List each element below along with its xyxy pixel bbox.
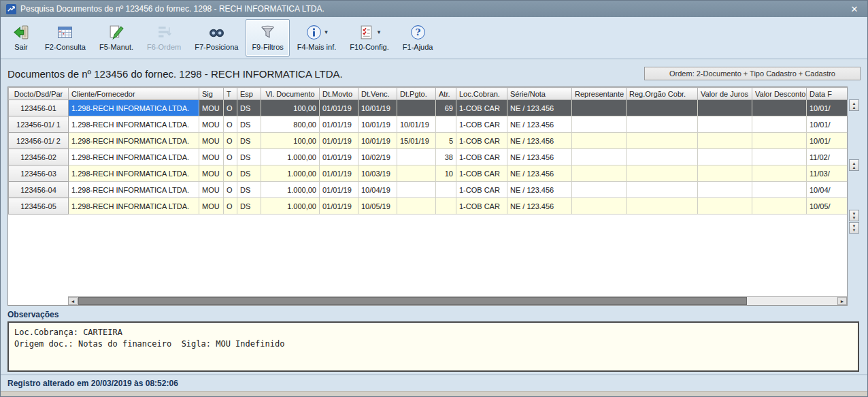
- grid-cell[interactable]: 01/01/19: [320, 198, 358, 215]
- grid-cell[interactable]: O: [224, 165, 237, 182]
- grid-cell[interactable]: 1.298-RECH INFORMATICA LTDA.: [69, 133, 199, 149]
- row-header-cell[interactable]: 123456-03: [9, 165, 69, 182]
- grid-cell[interactable]: [572, 165, 627, 182]
- grid-cell[interactable]: MOU: [199, 133, 224, 149]
- grid-cell[interactable]: [572, 133, 627, 149]
- grid-cell[interactable]: 1.000,00: [261, 182, 320, 198]
- grid-cell[interactable]: O: [224, 149, 237, 165]
- grid-cell[interactable]: 01/01/19: [320, 100, 358, 116]
- grid-cell[interactable]: O: [224, 133, 237, 149]
- grid-cell[interactable]: [752, 149, 807, 165]
- grid-cell[interactable]: MOU: [199, 100, 224, 116]
- column-header[interactable]: Loc.Cobran.: [456, 88, 507, 100]
- grid-cell[interactable]: [627, 149, 698, 165]
- grid-cell[interactable]: 1-COB CAR: [456, 198, 507, 215]
- grid-cell[interactable]: 1.298-RECH INFORMATICA LTDA.: [69, 198, 199, 215]
- grid-cell[interactable]: 10/01/: [807, 100, 848, 116]
- grid-cell[interactable]: 10: [436, 165, 456, 182]
- toolbar-button-posiciona[interactable]: F7-Posiciona: [188, 19, 244, 57]
- grid-cell[interactable]: 1-COB CAR: [456, 165, 507, 182]
- column-header[interactable]: Esp: [237, 88, 261, 100]
- grid-cell[interactable]: NE / 123.456: [507, 133, 572, 149]
- grid-cell[interactable]: [698, 133, 752, 149]
- grid-cell[interactable]: [698, 149, 752, 165]
- grid-cell[interactable]: 11/03/: [807, 165, 848, 182]
- grid-cell[interactable]: MOU: [199, 165, 224, 182]
- grid-cell[interactable]: 1-COB CAR: [456, 182, 507, 198]
- grid-cell[interactable]: 01/01/19: [320, 149, 358, 165]
- row-header-cell[interactable]: 123456-01/ 1: [9, 116, 69, 133]
- grid-cell[interactable]: DS: [237, 149, 261, 165]
- grid-cell[interactable]: [397, 100, 436, 116]
- grid-cell[interactable]: [436, 198, 456, 215]
- grid-cell[interactable]: MOU: [199, 116, 224, 133]
- grid-cell[interactable]: 38: [436, 149, 456, 165]
- grid-cell[interactable]: DS: [237, 100, 261, 116]
- grid-cell[interactable]: 1.298-RECH INFORMATICA LTDA.: [69, 100, 199, 116]
- grid-cell[interactable]: [698, 100, 752, 116]
- toolbar-button-filter[interactable]: F9-Filtros: [246, 19, 289, 57]
- grid-cell[interactable]: 1.298-RECH INFORMATICA LTDA.: [69, 165, 199, 182]
- column-header[interactable]: Atr.: [436, 88, 456, 100]
- grid-cell[interactable]: DS: [237, 133, 261, 149]
- grid-cell[interactable]: 01/01/19: [320, 133, 358, 149]
- grid-cell[interactable]: 1.298-RECH INFORMATICA LTDA.: [69, 116, 199, 133]
- grid-cell[interactable]: [627, 165, 698, 182]
- grid-cell[interactable]: 1.000,00: [261, 165, 320, 182]
- grid-cell[interactable]: O: [224, 100, 237, 116]
- toolbar-button-config[interactable]: ▾F10-Config.: [344, 19, 395, 57]
- column-header[interactable]: Representante: [572, 88, 627, 100]
- grid-cell[interactable]: MOU: [199, 198, 224, 215]
- grid-cell[interactable]: [627, 198, 698, 215]
- grid-cell[interactable]: 1.000,00: [261, 149, 320, 165]
- grid-cell[interactable]: 1.298-RECH INFORMATICA LTDA.: [69, 182, 199, 198]
- grid-cell[interactable]: [572, 198, 627, 215]
- grid-cell[interactable]: [572, 100, 627, 116]
- grid-cell[interactable]: 100,00: [261, 100, 320, 116]
- grid-cell[interactable]: NE / 123.456: [507, 198, 572, 215]
- table-row[interactable]: 123456-011.298-RECH INFORMATICA LTDA.MOU…: [9, 100, 848, 116]
- grid-cell[interactable]: DS: [237, 116, 261, 133]
- scroll-next-button[interactable]: ▼▼: [849, 210, 859, 221]
- table-row[interactable]: 123456-051.298-RECH INFORMATICA LTDA.MOU…: [9, 198, 848, 215]
- grid-cell[interactable]: [752, 198, 807, 215]
- grid-cell[interactable]: [698, 165, 752, 182]
- column-header[interactable]: Valor Desconto: [752, 88, 807, 100]
- toolbar-button-consulta[interactable]: F2-Consulta: [39, 19, 92, 57]
- grid-cell[interactable]: [627, 133, 698, 149]
- grid-cell[interactable]: [397, 149, 436, 165]
- grid-cell[interactable]: 10/05/19: [358, 198, 397, 215]
- grid-cell[interactable]: MOU: [199, 182, 224, 198]
- grid-cell[interactable]: O: [224, 182, 237, 198]
- grid-cell[interactable]: [627, 182, 698, 198]
- grid-cell[interactable]: NE / 123.456: [507, 100, 572, 116]
- grid-cell[interactable]: 1-COB CAR: [456, 116, 507, 133]
- table-row[interactable]: 123456-01/ 11.298-RECH INFORMATICA LTDA.…: [9, 116, 848, 133]
- row-header-cell[interactable]: 123456-05: [9, 198, 69, 215]
- grid-cell[interactable]: 800,00: [261, 116, 320, 133]
- column-header[interactable]: Data F: [807, 88, 848, 100]
- scroll-first-button[interactable]: ▲▲: [849, 99, 859, 111]
- column-header[interactable]: Vl. Documento: [261, 88, 320, 100]
- grid-cell[interactable]: [752, 133, 807, 149]
- grid-cell[interactable]: 01/01/19: [320, 116, 358, 133]
- grid-cell[interactable]: 10/04/: [807, 182, 848, 198]
- toolbar-button-help[interactable]: ?F1-Ajuda: [397, 19, 439, 57]
- grid-cell[interactable]: [698, 116, 752, 133]
- grid-cell[interactable]: 10/02/19: [358, 149, 397, 165]
- row-header-cell[interactable]: 123456-01: [9, 100, 69, 116]
- grid-cell[interactable]: 10/01/19: [358, 116, 397, 133]
- grid-cell[interactable]: [627, 116, 698, 133]
- grid-cell[interactable]: NE / 123.456: [507, 116, 572, 133]
- grid-cell[interactable]: DS: [237, 165, 261, 182]
- table-row[interactable]: 123456-031.298-RECH INFORMATICA LTDA.MOU…: [9, 165, 848, 182]
- dropdown-arrow-icon[interactable]: ▾: [324, 29, 328, 35]
- grid-cell[interactable]: [397, 182, 436, 198]
- grid-cell[interactable]: [572, 116, 627, 133]
- column-header[interactable]: T: [224, 88, 237, 100]
- row-header-cell[interactable]: 123456-04: [9, 182, 69, 198]
- close-icon[interactable]: ✕: [847, 4, 862, 14]
- grid-cell[interactable]: 69: [436, 100, 456, 116]
- order-button[interactable]: Ordem: 2-Documento + Tipo Cadastro + Cad…: [644, 67, 861, 80]
- grid-cell[interactable]: [572, 182, 627, 198]
